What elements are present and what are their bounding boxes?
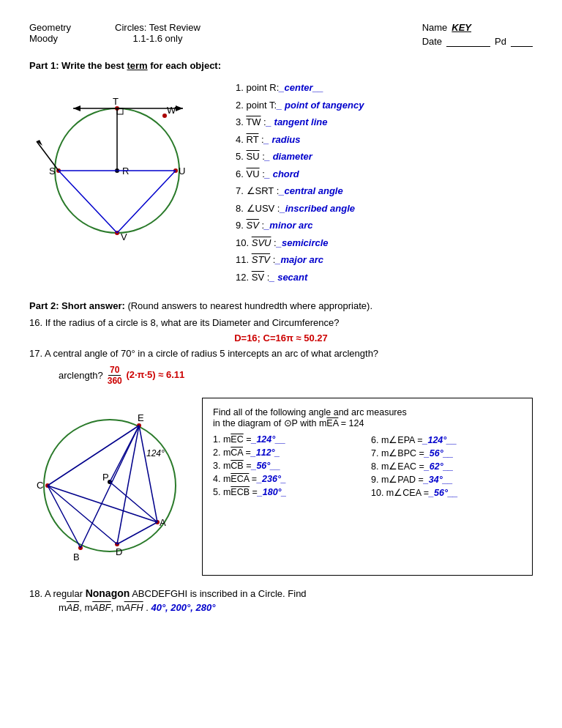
svg-text:T: T [113, 96, 119, 107]
q17: 17. A central angle of 70° in a circle o… [29, 348, 533, 359]
name-line: Name KEY [422, 22, 533, 33]
q17-text: 17. A central angle of 70° in a circle o… [29, 348, 378, 359]
teacher: Moody [29, 33, 71, 44]
list-item: 10. SVU :_semicircle [236, 236, 364, 250]
q18-expressions: mAB, mABF, mAFH . 40°, 200°, 280° [59, 602, 533, 613]
subtitle: 1.1-1.6 only [115, 33, 201, 44]
title-block: Circles: Test Review 1.1-1.6 only [115, 22, 201, 47]
mEA-notation: mEA = 124 [319, 418, 364, 428]
q18-answers: 40°, 200°, 280° [151, 602, 215, 613]
svg-text:D: D [116, 546, 122, 557]
svg-text:P: P [102, 472, 109, 483]
svg-line-21 [37, 141, 59, 171]
list-item: 5. SU :_ diameter [236, 149, 364, 164]
fraction-display: 70 360 (2·π·5) ≈ 6.11 [106, 365, 185, 386]
answer-box-header: Find all of the following angle and arc … [213, 407, 522, 428]
part1-header: Part 1: Write the best term for each obj… [29, 60, 221, 71]
title: Circles: Test Review [115, 22, 201, 33]
svg-line-38 [48, 426, 139, 486]
q18-section: 18. A regular Nonagon ABCDEFGHI is inscr… [29, 587, 533, 613]
part1-diagram: Part 1: Write the best term for each obj… [29, 60, 221, 287]
svg-line-42 [117, 522, 157, 544]
svg-text:124°: 124° [146, 448, 165, 458]
svg-text:S: S [49, 166, 56, 177]
svg-line-45 [80, 426, 139, 548]
list-item: 1. point R:_center__ [236, 81, 364, 95]
part2-subheader: Short answer: [61, 300, 125, 311]
q17-answer: arclength? 70 360 (2·π·5) ≈ 6.11 [59, 365, 533, 386]
ans-1: 1. mEC =_124°__ [213, 434, 364, 445]
list-item: 7. ∠SRT :_central angle [236, 184, 364, 198]
pd-label: Pd [495, 36, 506, 47]
date-label: Date [422, 36, 442, 47]
list-item: 9. SV :_minor arc [236, 218, 364, 233]
ans-2: 2. mCA =_112°_ [213, 447, 364, 458]
answer-box: Find all of the following angle and arc … [202, 398, 533, 576]
arclength-label: arclength? [59, 370, 103, 381]
svg-text:W: W [167, 105, 176, 116]
course-teacher: Geometry Moody [29, 22, 71, 47]
part2-instruction: (Round answers to nearest hundredth wher… [127, 300, 372, 311]
svg-text:E: E [138, 412, 144, 423]
q16-text: 16. If the radius of a circle is 8, what… [29, 317, 339, 328]
list-item: 4. RT :_ radius [236, 133, 364, 147]
ans-8: 8. m∠EAC =_62°__ [371, 461, 522, 472]
page-header: Geometry Moody Circles: Test Review 1.1-… [29, 22, 533, 47]
svg-marker-18 [73, 105, 80, 111]
ans-4: 4. mECA =_236°_ [213, 474, 364, 485]
part2-label: Part 2: [29, 300, 59, 311]
ans-7: 7. m∠BPC =_56°__ [371, 447, 522, 458]
q16-answer: D=16; C=16π ≈ 50.27 [29, 333, 533, 343]
svg-line-39 [117, 426, 139, 544]
svg-line-16 [117, 171, 176, 233]
header-left: Geometry Moody Circles: Test Review 1.1-… [29, 22, 201, 47]
svg-line-15 [59, 171, 117, 233]
svg-text:C: C [37, 480, 43, 491]
list-item: 2. point T:_ point of tangency [236, 98, 364, 113]
date-line: Date Pd [422, 36, 533, 47]
svg-text:U: U [179, 166, 185, 177]
ans-6: 6. m∠EPA =_124°__ [371, 434, 522, 445]
diagram2-svg: P E A D B C 124° [29, 398, 190, 573]
header-right: Name KEY Date Pd [422, 22, 533, 47]
svg-line-44 [110, 482, 157, 522]
q16: 16. If the radius of a circle is 8, what… [29, 317, 533, 328]
list-item: 12. SV :_ secant [236, 270, 364, 285]
svg-text:A: A [160, 517, 166, 528]
ans-10: 10. m∠CEA =_56°__ [371, 487, 522, 498]
part1-container: Part 1: Write the best term for each obj… [29, 60, 533, 287]
svg-marker-19 [176, 105, 183, 111]
part1-svg: R S U V T W [29, 75, 205, 266]
diagram2-svg-area: P E A D B C 124° [29, 398, 190, 576]
part2-section: Part 2: Short answer: (Round answers to … [29, 300, 533, 386]
part1-list: 1. point R:_center__ 2. point T:_ point … [236, 81, 364, 287]
diagram2-container: P E A D B C 124° [29, 398, 533, 576]
answer-grid: 1. mEC =_124°__ 6. m∠EPA =_124°__ 2. mCA… [213, 434, 522, 498]
nonagon-label: Nonagon [86, 587, 130, 599]
list-item: 11. STV :_major arc [236, 253, 364, 267]
ans-3: 3. mCB =_56°__ [213, 461, 364, 472]
svg-text:B: B [73, 551, 80, 562]
list-item: 6. VU :_ chord [236, 167, 364, 182]
svg-text:V: V [121, 231, 127, 242]
q18-text: 18. A regular Nonagon ABCDEFGHI is inscr… [29, 587, 533, 599]
svg-line-37 [139, 426, 157, 522]
name-value: KEY [452, 22, 471, 33]
course: Geometry [29, 22, 71, 33]
ans-9: 9. m∠PAD =_34°__ [371, 474, 522, 485]
part2-header: Part 2: Short answer: (Round answers to … [29, 300, 533, 311]
list-item: 3. TW :_ tangent line [236, 115, 364, 130]
name-label: Name [422, 22, 448, 33]
ans-5: 5. mECB =_180°_ [213, 487, 364, 498]
items-list: 1. point R:_center__ 2. point T:_ point … [236, 81, 364, 284]
list-item: 8. ∠USV :_inscribed angle [236, 201, 364, 216]
